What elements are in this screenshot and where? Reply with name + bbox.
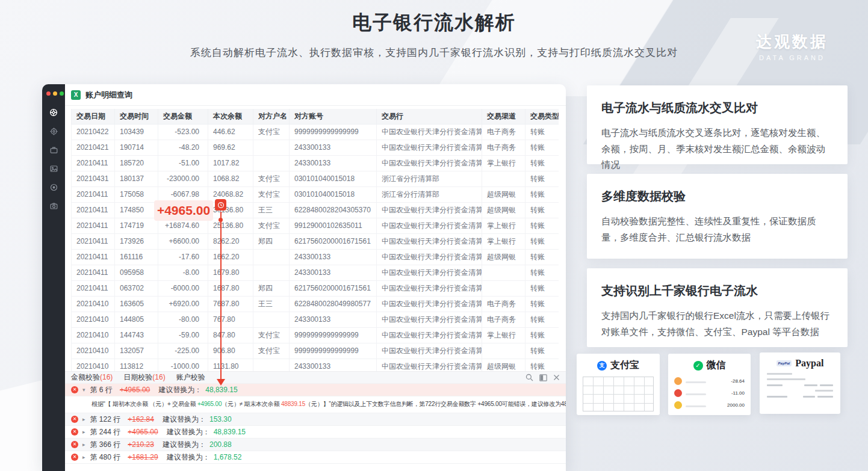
alert-clock-icon[interactable] xyxy=(215,199,226,211)
brand-name: 达观数据 xyxy=(756,31,828,52)
minimize-window-button[interactable] xyxy=(53,91,57,96)
validation-error-row[interactable]: ✕▸第 480 行+1681.29建议替换为：1,678.52 xyxy=(65,451,566,464)
validation-error-row[interactable]: ✕▸第 244 行+4965.00建议替换为：48,839.15 xyxy=(65,426,566,439)
table-cell: 7687.80 xyxy=(208,296,253,312)
validation-error-row[interactable]: ✕▸第 122 行+162.84建议替换为：153.30 xyxy=(65,413,566,426)
table-cell: 6228480028049980577 xyxy=(290,296,377,312)
panel-layout-icon[interactable] xyxy=(539,374,547,381)
table-cell: 电子商务 xyxy=(482,296,525,312)
table-cell: 243300133 xyxy=(290,249,377,265)
search-icon[interactable] xyxy=(525,374,533,381)
table-row: 20210410163605+6920.007687.80王三622848002… xyxy=(72,296,559,312)
validation-tab-1[interactable]: 日期校验(16) xyxy=(123,372,165,383)
list-item: -28.64 xyxy=(674,377,745,385)
table-cell: 20210410 xyxy=(72,327,115,343)
close-window-button[interactable] xyxy=(46,91,51,96)
alipay-label: 支付宝 xyxy=(610,359,639,372)
validation-panel: 金额校验(16)日期校验(16)账户校验 ✕▾第 6 行+4965.00建议替换… xyxy=(65,371,566,471)
table-cell: 郑四 xyxy=(253,280,290,296)
table-cell: 161116 xyxy=(115,249,158,265)
old-value: +210.23 xyxy=(128,440,154,449)
table-cell: -23000.00 xyxy=(158,171,208,186)
briefcase-icon[interactable] xyxy=(49,146,58,155)
table-cell: 转账 xyxy=(525,327,559,343)
close-icon[interactable] xyxy=(553,374,560,381)
disc-icon[interactable] xyxy=(49,183,58,192)
expand-arrow-icon[interactable]: ▸ xyxy=(82,416,85,422)
validation-tab-2[interactable]: 账户校验 xyxy=(176,372,205,383)
table-cell: 转账 xyxy=(525,233,559,249)
amount-error-highlight: +4965.00 xyxy=(154,200,213,221)
table-row: 20210411173926+6600.008262.20郑四621756020… xyxy=(72,233,559,249)
column-header: 对方户名 xyxy=(253,109,290,124)
expand-arrow-icon[interactable]: ▸ xyxy=(82,454,85,460)
table-cell: 190714 xyxy=(115,140,158,155)
old-value: +4965.00 xyxy=(128,428,158,436)
transactions-table-wrap: 交易日期交易时间交易金额本次余额对方户名对方账号交易行交易渠道交易类型 2021… xyxy=(71,109,559,371)
page-subtitle: 系统自动解析电子流水、执行数据审核，支持国内几千家银行流水识别，支持与打印纸质流… xyxy=(0,46,868,60)
amount: -28.64 xyxy=(731,378,745,384)
validation-tab-0[interactable]: 金额校验(16) xyxy=(71,372,113,383)
table-cell: 180137 xyxy=(115,171,158,186)
feature-title: 多维度数据校验 xyxy=(601,188,833,205)
table-cell: 电子商务 xyxy=(482,312,525,327)
table-cell: 中国农业银行天津分行资金清算中心 xyxy=(377,124,482,140)
table-cell: 175058 xyxy=(115,186,158,202)
table-cell: 20210410 xyxy=(72,312,115,327)
table-cell: 9999999999999999 xyxy=(290,343,377,359)
table-cell: 6228480028204305370 xyxy=(290,202,377,218)
validation-error-row[interactable]: ✕▸第 366 行+210.23建议替换为：200.88 xyxy=(65,439,566,451)
tab-label: 金额校验 xyxy=(71,373,100,381)
gear-icon[interactable] xyxy=(49,127,58,136)
wechat-card: ✓ 微信 -28.64 -11.00 2000.00 xyxy=(668,354,751,415)
table-cell: 243300133 xyxy=(290,140,377,155)
wechat-statement-thumbnail: -28.64 -11.00 2000.00 xyxy=(668,372,751,409)
list-item: -11.00 xyxy=(674,389,745,397)
table-row: 20210411063702-6000.001687.80郑四621756020… xyxy=(72,280,559,296)
paypal-icon: PayPal xyxy=(777,360,792,366)
error-row-label: 第 480 行 xyxy=(90,452,121,463)
table-cell: 99129000102635011 xyxy=(290,218,377,233)
table-row: 20210410132057-225.00906.80支付宝9999999999… xyxy=(72,343,559,359)
table-cell: 20210411 xyxy=(72,155,115,171)
expand-arrow-icon[interactable]: ▸ xyxy=(82,442,85,448)
table-row: 20210411161116-17.601662.20243300133中国农业… xyxy=(72,249,559,265)
validation-error-row[interactable]: ✕▾第 6 行+4965.00建议替换为：48,839.15 xyxy=(65,384,566,396)
table-cell: 中国农业银行天津分行资金清算中心 xyxy=(377,327,482,343)
table-cell: +6920.00 xyxy=(158,296,208,312)
table-cell: 174719 xyxy=(115,218,158,233)
table-cell: 中国农业银行天津分行资金清算中心 xyxy=(377,265,482,280)
table-cell: 支付宝 xyxy=(253,327,290,343)
image-icon[interactable] xyxy=(49,164,58,173)
table-cell: 185720 xyxy=(115,155,158,171)
table-cell: 转账 xyxy=(525,249,559,265)
camera-icon[interactable] xyxy=(49,202,58,211)
table-cell: 转账 xyxy=(525,296,559,312)
table-cell xyxy=(482,265,525,280)
table-cell: 超级网银 xyxy=(482,249,525,265)
table-cell: 转账 xyxy=(525,202,559,218)
error-row-label: 第 244 行 xyxy=(90,427,121,437)
maximize-window-button[interactable] xyxy=(60,91,64,96)
tab-error-count: (16) xyxy=(100,373,113,381)
table-cell: 243300133 xyxy=(290,155,377,171)
error-icon: ✕ xyxy=(71,428,78,436)
table-cell: 6217560200001671561 xyxy=(290,233,377,249)
merchant-icon xyxy=(674,377,682,385)
table-cell: 20210421 xyxy=(72,140,115,155)
list-item: 2000.00 xyxy=(674,401,745,409)
table-cell: 20210410 xyxy=(72,359,115,371)
table-row: 20210410144743-59.00847.80支付宝99999999999… xyxy=(72,327,559,343)
table-cell: 中国农业银行天津分行资金清算中心 xyxy=(377,312,482,327)
suggested-value: 200.88 xyxy=(209,440,232,449)
tab-error-count: (16) xyxy=(152,373,165,381)
suggested-value: 153.30 xyxy=(209,415,232,423)
table-cell: -8.00 xyxy=(158,265,208,280)
expand-arrow-icon[interactable]: ▸ xyxy=(82,429,85,435)
table-cell: 转账 xyxy=(525,186,559,202)
table-cell: 转账 xyxy=(525,312,559,327)
table-cell: 超级网银 xyxy=(482,359,525,371)
wheel-icon[interactable] xyxy=(49,108,58,117)
error-icon: ✕ xyxy=(71,454,78,461)
collapse-arrow-icon[interactable]: ▾ xyxy=(82,387,85,393)
